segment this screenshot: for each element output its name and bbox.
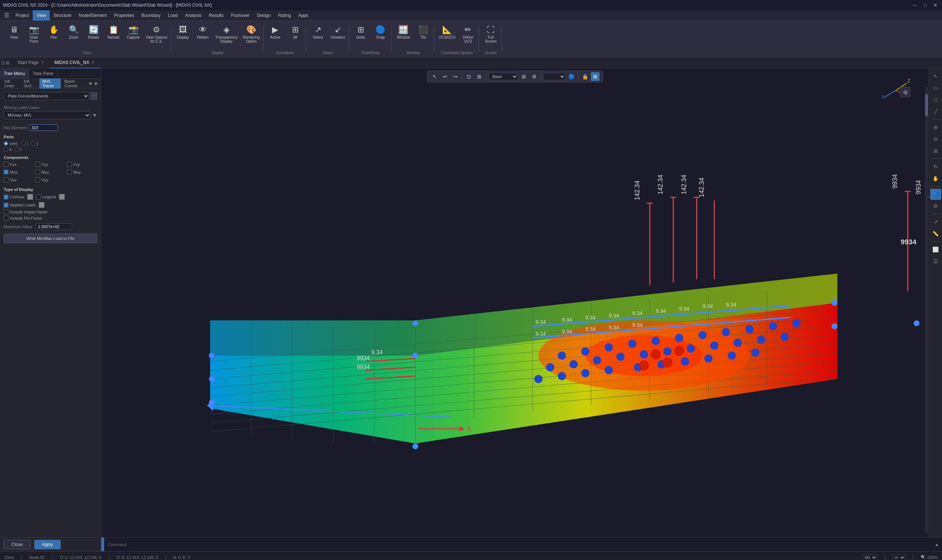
parts-i-radio[interactable]: i: [22, 141, 28, 146]
close-button[interactable]: ✕: [932, 2, 939, 9]
btn-rotate[interactable]: 🔄 Rotate: [84, 23, 103, 41]
comp-fyy[interactable]: Fyy: [35, 162, 66, 167]
moving-load-down-arrow[interactable]: ▼: [92, 112, 97, 118]
comp-myy[interactable]: Myy: [35, 169, 66, 174]
btn-rendering[interactable]: 🎨 RenderingOption: [241, 23, 262, 45]
viewport-scrollbar-thumb[interactable]: [925, 94, 928, 116]
command-expand-btn[interactable]: ▲: [932, 539, 942, 550]
tab-start-page[interactable]: Start Page ✕: [12, 57, 49, 68]
right-icon-box[interactable]: ⬜: [930, 244, 941, 255]
comp-fxx[interactable]: Fxx: [4, 162, 34, 167]
vp-coord-btn[interactable]: ⊞: [591, 72, 600, 81]
close-button[interactable]: Close: [4, 540, 31, 549]
vp-view-select[interactable]: [543, 73, 566, 80]
menu-boundary[interactable]: Boundary: [138, 10, 164, 21]
vp-snap-btn[interactable]: 🔵: [567, 72, 576, 81]
btn-ucsgcs[interactable]: 📐 UCS/GCS: [436, 23, 458, 41]
command-input[interactable]: [104, 542, 932, 547]
right-icon-zoom-in[interactable]: ⊕: [930, 122, 941, 133]
legend-color-swatch[interactable]: [59, 194, 65, 200]
vp-undo-btn[interactable]: ↩: [441, 72, 449, 81]
btn-viewoptions[interactable]: ⚙ View Optionsfor C.S.: [143, 23, 170, 45]
right-icon-blue-active[interactable]: 🔵: [930, 189, 941, 200]
menu-apps[interactable]: Apps: [294, 10, 312, 21]
zoom-control-icon[interactable]: ⊕: [900, 87, 910, 97]
parts-cent-radio[interactable]: cent.: [4, 141, 19, 146]
parts-k-radio[interactable]: k: [4, 147, 12, 152]
btn-capture[interactable]: 📸 Capture: [124, 23, 143, 41]
vp-settings-btn[interactable]: ⚙: [530, 72, 538, 81]
right-icon-select-poly[interactable]: ⬡: [930, 94, 941, 105]
tab-midas-civil-close[interactable]: ✕: [91, 60, 95, 65]
tab-midas-civil[interactable]: MIDAS CIVIL_NX ✕: [49, 57, 100, 68]
sub-tab-infl-lines[interactable]: Infl. Lines: [2, 78, 20, 89]
include-impact-check[interactable]: Include Impact factor: [4, 209, 97, 214]
comp-vyy[interactable]: Vyy: [35, 177, 66, 182]
btn-snap[interactable]: 🔵 Snap: [371, 23, 390, 41]
right-icon-list[interactable]: ☰: [930, 256, 941, 267]
tab-start-page-close[interactable]: ✕: [41, 60, 44, 65]
applied-loads-color-swatch[interactable]: [39, 202, 45, 208]
sub-tab-next-arrow[interactable]: ▶: [94, 81, 99, 86]
menu-properties[interactable]: Properties: [110, 10, 138, 21]
parts-j-radio[interactable]: j: [31, 141, 37, 146]
menu-structure[interactable]: Structure: [50, 10, 75, 21]
menu-design[interactable]: Design: [253, 10, 274, 21]
max-value-input[interactable]: [35, 223, 72, 230]
menu-view[interactable]: View: [33, 10, 50, 21]
menu-analysis[interactable]: Analysis: [182, 10, 205, 21]
comp-fxy[interactable]: Fxy: [67, 162, 97, 167]
panel-view-icon1[interactable]: ⊡: [2, 60, 5, 66]
right-icon-zoom-fit[interactable]: ⊞: [930, 145, 941, 156]
plate-forces-options-btn[interactable]: ⋯: [91, 92, 97, 100]
btn-active[interactable]: ▶ Active: [266, 23, 285, 41]
key-element-input[interactable]: [29, 125, 58, 131]
sub-tab-infl-surf[interactable]: Infl. Surf.: [21, 78, 39, 89]
btn-hidden[interactable]: 👁 Hidden: [193, 23, 213, 41]
viewport-scrollbar[interactable]: [925, 87, 928, 534]
applied-loads-check[interactable]: ✓ Applied Loads: [4, 202, 97, 208]
plate-forces-dropdown[interactable]: Plate Forces/Moments: [4, 92, 89, 100]
panel-tab-tree-menu[interactable]: Tree Menu: [0, 68, 29, 78]
btn-view[interactable]: 🖥 View: [5, 23, 23, 41]
vp-base-select[interactable]: Base: [489, 73, 518, 80]
right-icon-rotate[interactable]: ↻: [930, 161, 941, 172]
legend-check[interactable]: Legend: [36, 195, 56, 199]
comp-mxy[interactable]: Mxy: [67, 169, 97, 174]
btn-display[interactable]: 🖼 Display: [173, 23, 193, 41]
unit-length-select[interactable]: m: [892, 554, 905, 560]
menu-results[interactable]: Results: [205, 10, 227, 21]
panel-tab-task-pane[interactable]: Task Pane: [29, 68, 57, 78]
btn-tile[interactable]: ⬛ Tile: [414, 23, 433, 41]
vp-node-btn[interactable]: ⊡: [464, 72, 473, 81]
menu-node-element[interactable]: Node/Element: [75, 10, 110, 21]
panel-view-icon2[interactable]: ⊞: [6, 60, 9, 66]
right-icon-zoom-out[interactable]: ⊖: [930, 134, 941, 145]
right-icon-select-rect[interactable]: ▭: [930, 82, 941, 94]
right-icon-pan[interactable]: ✋: [930, 173, 941, 184]
contour-check[interactable]: ✓ Contour: [4, 195, 24, 199]
menu-load[interactable]: Load: [164, 10, 182, 21]
right-icon-measure[interactable]: 📏: [930, 228, 941, 239]
btn-pan[interactable]: ✋ Pan: [44, 23, 63, 41]
btn-grids[interactable]: ⊞ Grids: [351, 23, 370, 41]
btn-window[interactable]: 🪟 Window: [394, 23, 413, 41]
right-icon-arrow[interactable]: ↗: [930, 216, 941, 228]
include-psi-check[interactable]: Include Psi Factor: [4, 215, 97, 220]
vp-cursor-btn[interactable]: ↖: [430, 72, 439, 81]
vp-grid-btn[interactable]: ⊞: [520, 72, 528, 81]
sub-tab-prev-arrow[interactable]: ◀: [87, 81, 93, 86]
btn-defineucs[interactable]: ✏ DefineUCS: [458, 23, 478, 45]
app-icon[interactable]: ☰: [2, 10, 12, 21]
unit-force-select[interactable]: kN: [862, 554, 877, 560]
write-btn[interactable]: Write Min/Max Load to File: [4, 234, 97, 243]
btn-named[interactable]: 📋 Named: [104, 23, 123, 41]
right-icon-select-fence[interactable]: ╱: [930, 106, 941, 117]
contour-color-swatch[interactable]: [27, 194, 33, 200]
btn-all[interactable]: ⊞ All: [286, 23, 305, 41]
menu-pushover[interactable]: Pushover: [227, 10, 253, 21]
vp-lock-btn[interactable]: 🔒: [581, 72, 589, 81]
comp-vxx[interactable]: Vxx: [4, 177, 34, 182]
btn-select[interactable]: ↗ Select: [308, 23, 328, 41]
parts-l-radio[interactable]: l: [15, 147, 22, 152]
